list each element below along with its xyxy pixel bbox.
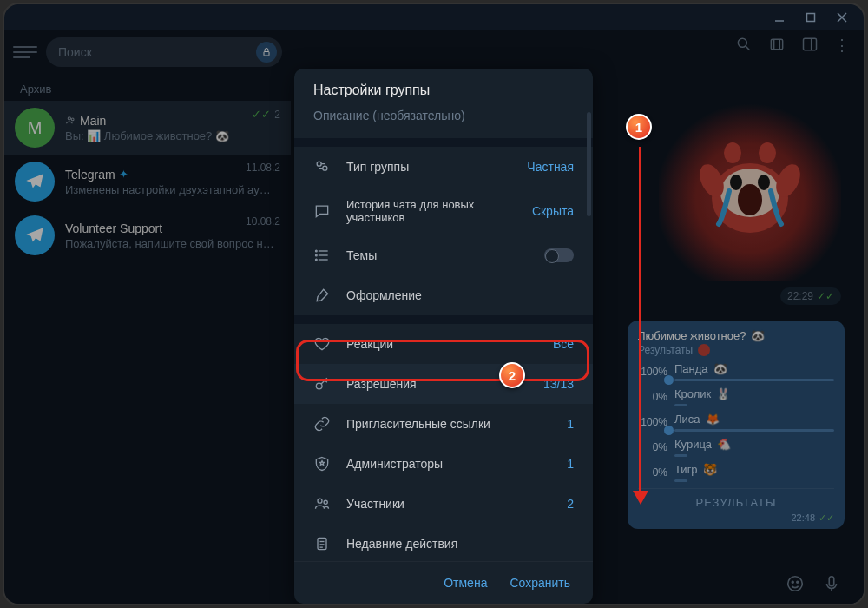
app-window: Поиск Архив M Main Вы: 📊 Любимое животно… xyxy=(3,3,865,605)
menu-label: Реакции xyxy=(346,337,537,351)
chat-icon xyxy=(313,202,331,220)
menu-value: 13/13 xyxy=(543,377,574,391)
menu-themes[interactable]: Темы xyxy=(294,235,593,275)
svg-point-31 xyxy=(316,254,318,256)
heart-icon xyxy=(313,335,331,353)
menu-reactions[interactable]: Реакции Все xyxy=(294,324,593,364)
menu-label: Участники xyxy=(346,497,551,511)
menu-value: 1 xyxy=(567,457,574,471)
close-button[interactable] xyxy=(827,8,857,27)
members-icon xyxy=(313,495,331,512)
maximize-button[interactable] xyxy=(796,8,825,27)
menu-label: Темы xyxy=(346,248,529,262)
group-settings-modal: Настройки группы Описание (необязательно… xyxy=(294,69,593,604)
menu-label: Недавние действия xyxy=(346,537,574,551)
menu-value: Частная xyxy=(527,160,574,174)
svg-point-26 xyxy=(323,166,327,170)
svg-point-34 xyxy=(318,499,322,503)
shield-icon xyxy=(313,455,331,473)
key-icon xyxy=(313,375,331,393)
title-bar xyxy=(4,4,864,30)
minimize-button[interactable] xyxy=(765,8,794,27)
link-icon xyxy=(313,415,331,433)
menu-members[interactable]: Участники 2 xyxy=(294,484,593,524)
menu-label: Администраторы xyxy=(346,457,551,471)
themes-toggle[interactable] xyxy=(544,248,574,262)
annotation-badge-1: 1 xyxy=(626,114,652,140)
svg-point-35 xyxy=(324,500,327,504)
menu-chat-history[interactable]: История чата для новых участников Скрыта xyxy=(294,187,593,235)
svg-point-30 xyxy=(316,250,318,252)
menu-value: Все xyxy=(553,337,574,351)
modal-title: Настройки группы xyxy=(313,83,574,98)
group-type-icon xyxy=(313,158,331,175)
menu-label: История чата для новых участников xyxy=(346,198,516,224)
menu-invite-links[interactable]: Пригласительные ссылки 1 xyxy=(294,404,593,444)
menu-group-type[interactable]: Тип группы Частная xyxy=(294,147,593,187)
menu-value: 1 xyxy=(567,417,574,431)
brush-icon xyxy=(313,287,331,304)
svg-point-33 xyxy=(316,383,322,389)
annotation-badge-2: 2 xyxy=(499,362,525,388)
save-button[interactable]: Сохранить xyxy=(510,576,570,590)
menu-value: Скрыта xyxy=(532,204,574,218)
menu-admins[interactable]: Администраторы 1 xyxy=(294,444,593,484)
menu-label: Пригласительные ссылки xyxy=(346,417,551,431)
menu-design[interactable]: Оформление xyxy=(294,275,593,315)
svg-point-32 xyxy=(316,259,318,261)
cancel-button[interactable]: Отмена xyxy=(444,576,487,590)
svg-rect-1 xyxy=(807,14,815,22)
clipboard-icon xyxy=(313,535,331,552)
menu-label: Оформление xyxy=(346,288,574,302)
menu-value: 2 xyxy=(567,497,574,511)
menu-permissions[interactable]: Разрешения 13/13 xyxy=(294,364,593,404)
menu-recent-actions[interactable]: Недавние действия xyxy=(294,524,593,561)
description-field[interactable]: Описание (необязательно) xyxy=(313,109,574,135)
menu-label: Тип группы xyxy=(346,160,511,174)
svg-point-25 xyxy=(317,162,321,166)
list-icon xyxy=(313,247,331,264)
